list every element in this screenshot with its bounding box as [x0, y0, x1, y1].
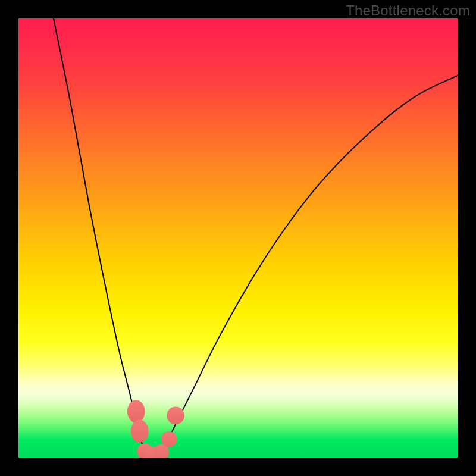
curve-marker — [131, 420, 149, 443]
curve-markers — [127, 400, 184, 458]
bottleneck-curve — [54, 18, 458, 458]
curve-marker — [167, 406, 184, 424]
watermark: TheBottleneck.com — [346, 2, 470, 19]
plot-area — [18, 18, 458, 458]
curve-marker — [127, 400, 145, 422]
chart-frame: TheBottleneck.com — [0, 0, 476, 476]
chart-svg — [18, 18, 458, 458]
curve-marker — [161, 431, 177, 447]
